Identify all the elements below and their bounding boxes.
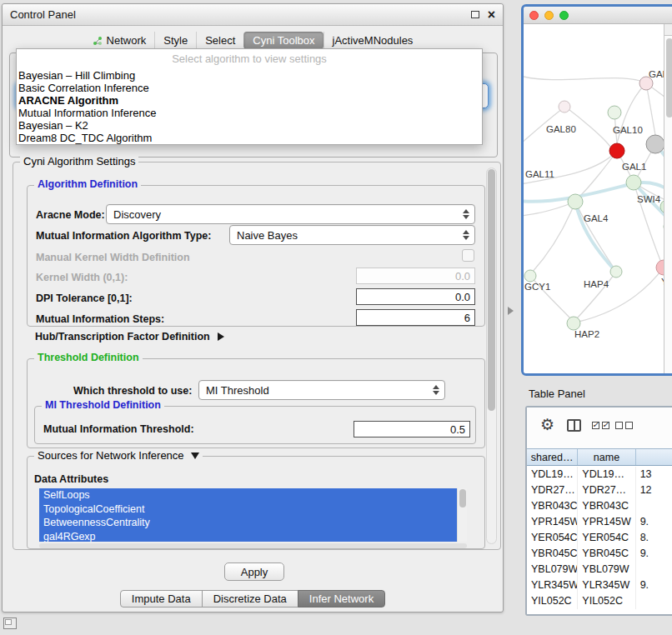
column-header[interactable] — [636, 449, 672, 465]
hub-section-toggle[interactable]: Hub/Transcription Factor Definition — [35, 331, 224, 342]
mi-threshold-input[interactable] — [354, 421, 470, 438]
settings-scrollbar[interactable] — [486, 168, 497, 544]
aracne-mode-value: Discovery — [113, 208, 161, 221]
minimized-panel-icon[interactable] — [3, 618, 17, 629]
tab-jactivemnodules[interactable]: jActiveMNodules — [323, 32, 422, 49]
network-edge[interactable] — [524, 76, 640, 81]
table-cell: YIL052C — [578, 593, 635, 609]
network-canvas[interactable]: GALGAL80GAL10GAL11GAL1SWI4GAL4GCY1HAP4YH… — [524, 24, 672, 373]
network-node[interactable] — [608, 106, 621, 119]
table-row[interactable]: YBL079WYBL079W — [527, 562, 672, 578]
tab-select[interactable]: Select — [196, 32, 243, 49]
manual-kernel-width-checkbox[interactable] — [462, 249, 474, 262]
table-row[interactable]: YDR27…YDR27…12 — [527, 482, 672, 498]
network-edge[interactable] — [532, 202, 575, 272]
network-node[interactable] — [567, 317, 580, 330]
network-node[interactable] — [626, 175, 641, 190]
tab-discretize-data[interactable]: Discretize Data — [202, 590, 298, 608]
network-edge[interactable] — [579, 268, 664, 322]
tab-label: Style — [163, 34, 188, 47]
close-icon[interactable]: × — [488, 8, 495, 22]
close-traffic-light-icon[interactable] — [529, 11, 539, 20]
algorithm-dropdown-popup: Select algorithm to view settings Bayesi… — [16, 48, 483, 145]
table-row[interactable]: YIL052CYIL052C — [527, 593, 672, 609]
which-threshold-label: Which threshold to use: — [73, 385, 192, 397]
tab-network[interactable]: Network — [84, 32, 155, 49]
attribute-list[interactable]: SelfLoopsTopologicalCoefficientBetweenne… — [39, 488, 467, 542]
network-scrollbar[interactable] — [664, 24, 672, 373]
attribute-list-hscrollbar[interactable] — [39, 543, 467, 548]
column-header[interactable]: shared… — [527, 449, 578, 465]
gear-icon[interactable]: ⚙ — [540, 417, 554, 432]
network-node[interactable] — [559, 101, 570, 112]
aracne-mode-label: Aracne Mode: — [36, 209, 105, 221]
network-window-titlebar[interactable] — [524, 7, 672, 24]
tab-style[interactable]: Style — [154, 32, 196, 49]
tab-cyni-toolbox[interactable]: Cyni Toolbox — [243, 32, 323, 49]
network-icon — [93, 36, 103, 46]
network-edge[interactable] — [646, 83, 655, 135]
control-panel-tabbar: NetworkStyleSelectCyni ToolboxjActiveMNo… — [3, 32, 503, 49]
attribute-item[interactable]: SelfLoops — [39, 488, 457, 502]
table-cell: YIL052C — [527, 593, 578, 609]
network-graph[interactable]: GALGAL80GAL10GAL11GAL1SWI4GAL4GCY1HAP4YH… — [524, 24, 664, 373]
sources-section-toggle[interactable]: Sources for Network Inference — [34, 449, 203, 462]
table-row[interactable]: YLR345WYLR345W9. — [527, 578, 672, 593]
panel-splitter-arrow[interactable] — [508, 307, 514, 315]
network-edge[interactable] — [524, 151, 617, 184]
apply-button[interactable]: Apply — [224, 562, 284, 581]
network-node[interactable] — [656, 260, 664, 275]
mi-threshold-group-title: MI Threshold Definition — [42, 399, 164, 411]
table-cell: YLR345W — [527, 578, 578, 593]
node-label: GAL1 — [622, 162, 646, 172]
dpi-tolerance-input[interactable] — [356, 288, 475, 305]
table-cell: YBR043C — [527, 498, 578, 514]
columns-icon[interactable] — [567, 419, 581, 432]
network-node[interactable] — [646, 135, 664, 153]
table-row[interactable]: YDL19…YDL19…13 — [527, 467, 672, 482]
algorithm-option[interactable]: Basic Correlation Inference — [17, 82, 482, 94]
aracne-mode-select[interactable]: Discovery — [106, 204, 475, 224]
node-label: GAL4 — [584, 213, 609, 223]
algorithm-option[interactable]: Bayesian – K2 — [17, 119, 482, 132]
zoom-traffic-light-icon[interactable] — [559, 11, 569, 20]
network-edge[interactable] — [524, 202, 575, 216]
table-row[interactable]: YPR145WYPR145W9. — [527, 514, 672, 530]
table-row[interactable]: YBR045CYBR045C9. — [527, 546, 672, 562]
table-cell: 9. — [636, 578, 672, 593]
algorithm-option[interactable]: Bayesian – Hill Climbing — [17, 69, 482, 82]
network-edge[interactable] — [575, 202, 614, 268]
tab-impute-data[interactable]: Impute Data — [120, 590, 203, 608]
scrollbar-thumb[interactable] — [666, 38, 672, 118]
scroll-up-button[interactable] — [664, 24, 672, 36]
table-row[interactable]: YER054CYER054C8. — [527, 530, 672, 546]
tab-infer-network[interactable]: Infer Network — [298, 590, 385, 608]
mi-algorithm-type-select[interactable]: Naive Bayes — [229, 225, 475, 245]
select-all-checkboxes-icon[interactable] — [592, 422, 609, 429]
algorithm-option[interactable]: ARACNE Algorithm — [17, 94, 482, 107]
network-node[interactable] — [609, 143, 624, 158]
table-cell: YDL19… — [527, 467, 578, 482]
which-threshold-value: MI Threshold — [206, 384, 269, 397]
attribute-list-scrollbar[interactable] — [457, 488, 467, 542]
algorithm-option[interactable]: Dream8 DC_TDC Algorithm — [17, 132, 482, 144]
column-header[interactable]: name — [578, 449, 635, 465]
table-panel-title: Table Panel — [529, 388, 585, 400]
mi-steps-input[interactable] — [356, 309, 475, 326]
kernel-width-input[interactable] — [356, 268, 475, 284]
float-window-icon[interactable] — [471, 11, 479, 18]
table-cell: YDR27… — [578, 482, 635, 498]
algorithm-option[interactable]: Mutual Information Inference — [17, 107, 482, 119]
which-threshold-select[interactable]: MI Threshold — [198, 380, 445, 400]
deselect-all-checkboxes-icon[interactable] — [615, 422, 633, 429]
tab-label: jActiveMNodules — [333, 34, 414, 47]
minimize-traffic-light-icon[interactable] — [544, 11, 554, 20]
network-node[interactable] — [610, 266, 622, 278]
network-node[interactable] — [524, 270, 536, 282]
attribute-item[interactable]: BetweennessCentrality — [39, 516, 457, 530]
network-node[interactable] — [568, 194, 583, 209]
table-row[interactable]: YBR043CYBR043C — [527, 498, 672, 514]
attribute-item[interactable]: gal4RGexp — [39, 530, 457, 542]
control-panel-titlebar[interactable]: Control Panel × — [3, 4, 503, 26]
attribute-item[interactable]: TopologicalCoefficient — [39, 502, 457, 517]
